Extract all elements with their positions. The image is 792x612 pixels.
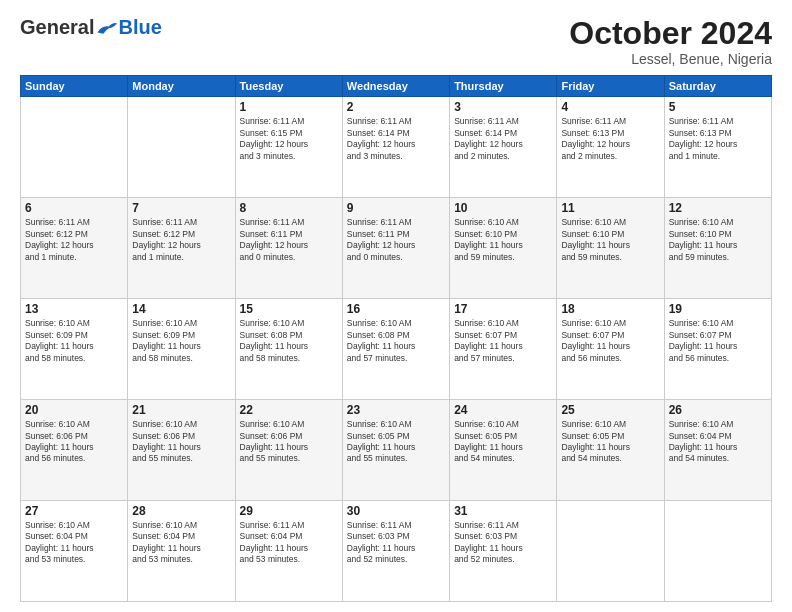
day-number: 26: [669, 403, 767, 417]
cell-info: Sunrise: 6:11 AM Sunset: 6:15 PM Dayligh…: [240, 116, 338, 162]
cell-info: Sunrise: 6:10 AM Sunset: 6:09 PM Dayligh…: [132, 318, 230, 364]
cell-info: Sunrise: 6:11 AM Sunset: 6:03 PM Dayligh…: [347, 520, 445, 566]
cell-info: Sunrise: 6:11 AM Sunset: 6:11 PM Dayligh…: [240, 217, 338, 263]
calendar-cell: 31Sunrise: 6:11 AM Sunset: 6:03 PM Dayli…: [450, 501, 557, 602]
weekday-header-tuesday: Tuesday: [235, 76, 342, 97]
day-number: 11: [561, 201, 659, 215]
cell-info: Sunrise: 6:10 AM Sunset: 6:10 PM Dayligh…: [561, 217, 659, 263]
calendar-cell: [128, 97, 235, 198]
weekday-header-thursday: Thursday: [450, 76, 557, 97]
cell-info: Sunrise: 6:10 AM Sunset: 6:04 PM Dayligh…: [132, 520, 230, 566]
day-number: 21: [132, 403, 230, 417]
calendar-week-row: 27Sunrise: 6:10 AM Sunset: 6:04 PM Dayli…: [21, 501, 772, 602]
calendar-cell: 7Sunrise: 6:11 AM Sunset: 6:12 PM Daylig…: [128, 198, 235, 299]
day-number: 18: [561, 302, 659, 316]
cell-info: Sunrise: 6:11 AM Sunset: 6:04 PM Dayligh…: [240, 520, 338, 566]
day-number: 12: [669, 201, 767, 215]
day-number: 10: [454, 201, 552, 215]
day-number: 24: [454, 403, 552, 417]
day-number: 8: [240, 201, 338, 215]
calendar-cell: 11Sunrise: 6:10 AM Sunset: 6:10 PM Dayli…: [557, 198, 664, 299]
calendar-cell: 1Sunrise: 6:11 AM Sunset: 6:15 PM Daylig…: [235, 97, 342, 198]
day-number: 6: [25, 201, 123, 215]
calendar-cell: 23Sunrise: 6:10 AM Sunset: 6:05 PM Dayli…: [342, 400, 449, 501]
calendar-cell: 22Sunrise: 6:10 AM Sunset: 6:06 PM Dayli…: [235, 400, 342, 501]
calendar-table: SundayMondayTuesdayWednesdayThursdayFrid…: [20, 75, 772, 602]
calendar-cell: [557, 501, 664, 602]
day-number: 16: [347, 302, 445, 316]
day-number: 20: [25, 403, 123, 417]
calendar-cell: 21Sunrise: 6:10 AM Sunset: 6:06 PM Dayli…: [128, 400, 235, 501]
calendar-week-row: 1Sunrise: 6:11 AM Sunset: 6:15 PM Daylig…: [21, 97, 772, 198]
calendar-cell: 24Sunrise: 6:10 AM Sunset: 6:05 PM Dayli…: [450, 400, 557, 501]
weekday-header-friday: Friday: [557, 76, 664, 97]
day-number: 14: [132, 302, 230, 316]
day-number: 4: [561, 100, 659, 114]
weekday-header-row: SundayMondayTuesdayWednesdayThursdayFrid…: [21, 76, 772, 97]
cell-info: Sunrise: 6:10 AM Sunset: 6:07 PM Dayligh…: [561, 318, 659, 364]
day-number: 30: [347, 504, 445, 518]
location-text: Lessel, Benue, Nigeria: [569, 51, 772, 67]
calendar-cell: 12Sunrise: 6:10 AM Sunset: 6:10 PM Dayli…: [664, 198, 771, 299]
calendar-cell: [664, 501, 771, 602]
weekday-header-sunday: Sunday: [21, 76, 128, 97]
day-number: 27: [25, 504, 123, 518]
cell-info: Sunrise: 6:10 AM Sunset: 6:10 PM Dayligh…: [454, 217, 552, 263]
calendar-week-row: 13Sunrise: 6:10 AM Sunset: 6:09 PM Dayli…: [21, 299, 772, 400]
calendar-cell: 19Sunrise: 6:10 AM Sunset: 6:07 PM Dayli…: [664, 299, 771, 400]
day-number: 22: [240, 403, 338, 417]
calendar-cell: 25Sunrise: 6:10 AM Sunset: 6:05 PM Dayli…: [557, 400, 664, 501]
cell-info: Sunrise: 6:10 AM Sunset: 6:08 PM Dayligh…: [240, 318, 338, 364]
cell-info: Sunrise: 6:10 AM Sunset: 6:05 PM Dayligh…: [454, 419, 552, 465]
calendar-cell: 2Sunrise: 6:11 AM Sunset: 6:14 PM Daylig…: [342, 97, 449, 198]
calendar-cell: 29Sunrise: 6:11 AM Sunset: 6:04 PM Dayli…: [235, 501, 342, 602]
calendar-cell: 8Sunrise: 6:11 AM Sunset: 6:11 PM Daylig…: [235, 198, 342, 299]
calendar-cell: 6Sunrise: 6:11 AM Sunset: 6:12 PM Daylig…: [21, 198, 128, 299]
calendar-cell: 9Sunrise: 6:11 AM Sunset: 6:11 PM Daylig…: [342, 198, 449, 299]
day-number: 3: [454, 100, 552, 114]
cell-info: Sunrise: 6:10 AM Sunset: 6:08 PM Dayligh…: [347, 318, 445, 364]
day-number: 19: [669, 302, 767, 316]
day-number: 5: [669, 100, 767, 114]
cell-info: Sunrise: 6:10 AM Sunset: 6:06 PM Dayligh…: [25, 419, 123, 465]
cell-info: Sunrise: 6:11 AM Sunset: 6:13 PM Dayligh…: [669, 116, 767, 162]
calendar-cell: 28Sunrise: 6:10 AM Sunset: 6:04 PM Dayli…: [128, 501, 235, 602]
calendar-cell: 13Sunrise: 6:10 AM Sunset: 6:09 PM Dayli…: [21, 299, 128, 400]
calendar-cell: 17Sunrise: 6:10 AM Sunset: 6:07 PM Dayli…: [450, 299, 557, 400]
cell-info: Sunrise: 6:10 AM Sunset: 6:06 PM Dayligh…: [240, 419, 338, 465]
cell-info: Sunrise: 6:11 AM Sunset: 6:03 PM Dayligh…: [454, 520, 552, 566]
logo-blue-text: Blue: [118, 16, 161, 39]
calendar-cell: 5Sunrise: 6:11 AM Sunset: 6:13 PM Daylig…: [664, 97, 771, 198]
day-number: 23: [347, 403, 445, 417]
cell-info: Sunrise: 6:10 AM Sunset: 6:04 PM Dayligh…: [25, 520, 123, 566]
cell-info: Sunrise: 6:11 AM Sunset: 6:14 PM Dayligh…: [454, 116, 552, 162]
month-title: October 2024: [569, 16, 772, 51]
day-number: 2: [347, 100, 445, 114]
calendar-cell: 18Sunrise: 6:10 AM Sunset: 6:07 PM Dayli…: [557, 299, 664, 400]
calendar-cell: 16Sunrise: 6:10 AM Sunset: 6:08 PM Dayli…: [342, 299, 449, 400]
cell-info: Sunrise: 6:11 AM Sunset: 6:14 PM Dayligh…: [347, 116, 445, 162]
cell-info: Sunrise: 6:10 AM Sunset: 6:04 PM Dayligh…: [669, 419, 767, 465]
weekday-header-saturday: Saturday: [664, 76, 771, 97]
day-number: 25: [561, 403, 659, 417]
calendar-cell: 3Sunrise: 6:11 AM Sunset: 6:14 PM Daylig…: [450, 97, 557, 198]
logo: General Blue: [20, 16, 162, 39]
day-number: 31: [454, 504, 552, 518]
weekday-header-wednesday: Wednesday: [342, 76, 449, 97]
day-number: 17: [454, 302, 552, 316]
calendar-cell: 30Sunrise: 6:11 AM Sunset: 6:03 PM Dayli…: [342, 501, 449, 602]
page-header: General Blue October 2024 Lessel, Benue,…: [20, 16, 772, 67]
cell-info: Sunrise: 6:10 AM Sunset: 6:10 PM Dayligh…: [669, 217, 767, 263]
cell-info: Sunrise: 6:10 AM Sunset: 6:09 PM Dayligh…: [25, 318, 123, 364]
day-number: 29: [240, 504, 338, 518]
calendar-week-row: 6Sunrise: 6:11 AM Sunset: 6:12 PM Daylig…: [21, 198, 772, 299]
title-block: October 2024 Lessel, Benue, Nigeria: [569, 16, 772, 67]
calendar-cell: 20Sunrise: 6:10 AM Sunset: 6:06 PM Dayli…: [21, 400, 128, 501]
calendar-cell: 14Sunrise: 6:10 AM Sunset: 6:09 PM Dayli…: [128, 299, 235, 400]
cell-info: Sunrise: 6:10 AM Sunset: 6:06 PM Dayligh…: [132, 419, 230, 465]
calendar-cell: [21, 97, 128, 198]
cell-info: Sunrise: 6:11 AM Sunset: 6:12 PM Dayligh…: [25, 217, 123, 263]
day-number: 13: [25, 302, 123, 316]
weekday-header-monday: Monday: [128, 76, 235, 97]
calendar-cell: 26Sunrise: 6:10 AM Sunset: 6:04 PM Dayli…: [664, 400, 771, 501]
